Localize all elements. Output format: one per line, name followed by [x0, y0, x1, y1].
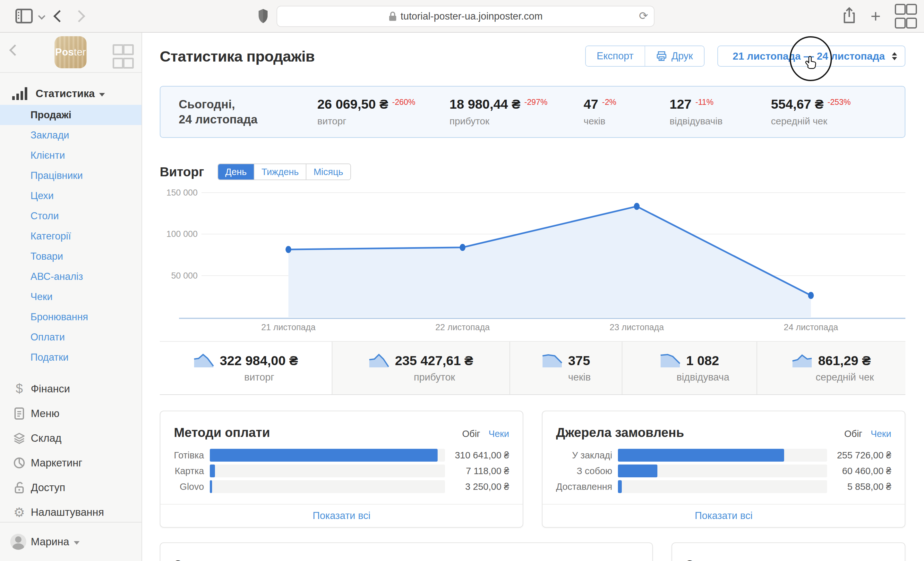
summary-profit[interactable]: 235 427,61 ₴ прибуток	[332, 342, 510, 394]
sidebar-item-products[interactable]: Товари	[0, 246, 141, 266]
sidebar-item-taxes[interactable]: Податки	[0, 347, 141, 367]
revenue-chart: 50 000100 000150 00021 листопада22 листо…	[160, 184, 905, 335]
show-all-link[interactable]: Показати всі	[312, 510, 370, 522]
chevron-down-icon	[99, 93, 105, 96]
share-icon[interactable]	[842, 7, 856, 25]
sidebar-section-access[interactable]: Доступ	[0, 475, 141, 500]
bar-fill	[618, 480, 622, 493]
new-tab-icon[interactable]: +	[870, 7, 880, 25]
bar-fill	[210, 480, 212, 493]
poster-logo[interactable]: Poster	[54, 36, 87, 68]
user-menu[interactable]: Марина	[0, 522, 141, 561]
sparkline-icon	[194, 353, 214, 368]
bar-track	[210, 449, 445, 462]
sidebar-section-finance[interactable]: $ Фінанси	[0, 376, 141, 401]
sidebar-section-marketing[interactable]: Маркетинг	[0, 450, 141, 475]
sidebar-section-inventory[interactable]: Склад	[0, 426, 141, 450]
sidebar: Poster Статистика Продажі Заклади Клієнт…	[0, 32, 142, 561]
row-value: 310 641,00 ₴	[445, 450, 509, 461]
sidebar-item-receipts[interactable]: Чеки	[0, 287, 141, 307]
svg-text:21 листопада: 21 листопада	[261, 323, 316, 332]
svg-text:50 000: 50 000	[171, 271, 198, 280]
summary-row: 322 984,00 ₴ виторг 235 427,61 ₴ прибуто…	[160, 341, 905, 395]
forward-icon	[73, 10, 85, 22]
privacy-shield-icon[interactable]	[256, 8, 270, 25]
svg-text:23 листопада: 23 листопада	[610, 323, 664, 332]
back-icon[interactable]	[53, 10, 66, 22]
summary-receipts[interactable]: 375 чеків	[510, 342, 622, 394]
bar-chart-icon	[12, 87, 27, 100]
bar-fill	[210, 465, 215, 477]
bar-track	[618, 465, 827, 477]
today-date: Сьогодні, 24 листопада	[179, 97, 258, 127]
today-stat-revenue: 26 069,50 ₴-260% виторг	[317, 97, 415, 127]
row-label: Готівка	[174, 450, 210, 461]
toggle-turnover[interactable]: Обіг	[462, 429, 480, 439]
sidebar-item-reservations[interactable]: Бронювання	[0, 307, 141, 327]
date-range-selector[interactable]: 21 листопада — 24 листопада	[717, 45, 905, 67]
row-label: Glovo	[174, 482, 210, 492]
row-value: 255 726,00 ₴	[827, 450, 891, 461]
sidebar-toggle-icon[interactable]	[15, 9, 33, 23]
summary-visitors[interactable]: 1 082 відвідувача	[622, 342, 757, 394]
toggle-receipts[interactable]: Чеки	[489, 429, 509, 439]
order-sources-card: Джерела замовлень Обіг Чеки У закладі 25…	[542, 411, 905, 528]
svg-text:22 листопада: 22 листопада	[435, 323, 490, 332]
period-segmented-control: День Тиждень Місяць	[218, 163, 351, 180]
by-weekday-card: За днями тижня	[672, 542, 905, 561]
dollar-icon: $	[12, 381, 26, 396]
show-all-link[interactable]: Показати всі	[694, 510, 752, 522]
sidebar-item-workshops[interactable]: Цехи	[0, 186, 141, 206]
print-button[interactable]: Друк	[645, 46, 704, 66]
sidebar-item-abc-analysis[interactable]: АВС-аналіз	[0, 266, 141, 287]
sparkline-icon	[660, 353, 681, 368]
url-text: tutorial-poster-ua.joinposter.com	[401, 10, 543, 22]
address-bar[interactable]: tutorial-poster-ua.joinposter.com ⟳	[276, 6, 654, 27]
sidebar-section-menu[interactable]: Меню	[0, 401, 141, 426]
sidebar-section-statistics[interactable]: Статистика	[0, 82, 141, 105]
revenue-title: Виторг	[160, 165, 204, 179]
export-button[interactable]: Експорт	[586, 46, 645, 66]
summary-avg-receipt[interactable]: 861,29 ₴ середній чек	[757, 342, 905, 394]
user-name: Марина	[31, 536, 69, 548]
row-value: 7 118,00 ₴	[445, 466, 509, 476]
today-stat-avg-receipt: 554,67 ₴-253% середній чек	[771, 97, 850, 127]
pie-chart-icon	[12, 457, 26, 469]
today-stat-receipts: 47-2% чеків	[584, 97, 616, 127]
browser-toolbar: tutorial-poster-ua.joinposter.com ⟳ +	[0, 0, 924, 33]
row-value: 3 250,00 ₴	[445, 482, 509, 492]
sidebar-item-locations[interactable]: Заклади	[0, 125, 141, 145]
tab-overview-icon[interactable]	[895, 4, 914, 28]
row-label: З собою	[556, 466, 618, 476]
bar-fill	[210, 449, 438, 462]
tab-month[interactable]: Місяць	[306, 164, 350, 180]
layers-icon	[12, 432, 26, 444]
sidebar-item-clients[interactable]: Клієнти	[0, 145, 141, 165]
summary-revenue[interactable]: 322 984,00 ₴ виторг	[160, 342, 332, 394]
user-chevron-down-icon	[74, 541, 80, 545]
toggle-turnover[interactable]: Обіг	[844, 429, 862, 439]
sidebar-item-employees[interactable]: Працівники	[0, 165, 141, 186]
lock-open-icon	[12, 481, 26, 494]
reload-icon[interactable]: ⟳	[639, 9, 648, 22]
apps-grid-icon[interactable]	[112, 44, 130, 69]
today-stat-profit: 18 980,44 ₴-297% прибуток	[450, 97, 548, 127]
tab-week[interactable]: Тиждень	[254, 164, 306, 180]
card-title: За часом	[160, 543, 652, 561]
svg-text:24 листопада: 24 листопада	[784, 323, 838, 332]
sidebar-item-payments[interactable]: Оплати	[0, 327, 141, 347]
sidebar-item-tables[interactable]: Столи	[0, 206, 141, 226]
tab-day[interactable]: День	[218, 164, 254, 180]
printer-icon	[656, 51, 667, 61]
sidebar-item-sales[interactable]: Продажі	[0, 105, 141, 125]
collapse-sidebar-icon[interactable]	[9, 45, 21, 56]
toggle-receipts[interactable]: Чеки	[871, 429, 891, 439]
payment-methods-card: Методи оплати Обіг Чеки Готівка 310 641,…	[160, 411, 523, 528]
row-label: Доставлення	[556, 482, 618, 492]
main-content: Статистика продажів Експорт Друк 21 лист…	[142, 32, 924, 561]
toolbar-chevron-down-icon[interactable]	[38, 12, 45, 20]
sidebar-item-categories[interactable]: Категорії	[0, 226, 141, 246]
row-value: 60 460,00 ₴	[827, 466, 891, 476]
sidebar-section-settings[interactable]: ⚙ Налаштування	[0, 500, 141, 524]
card-title: Джерела замовлень	[556, 425, 684, 440]
